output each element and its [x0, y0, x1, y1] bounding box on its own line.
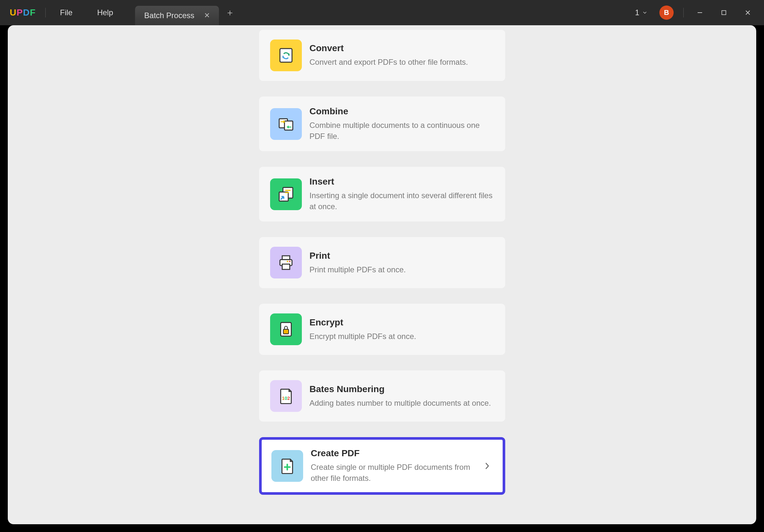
minimize-button[interactable] [690, 6, 709, 20]
convert-icon [270, 40, 302, 71]
close-icon [745, 9, 751, 16]
option-insert[interactable]: Insert Inserting a single document into … [259, 167, 505, 222]
svg-rect-1 [722, 11, 726, 15]
option-print[interactable]: Print Print multiple PDFs at once. [259, 237, 505, 288]
card-text: Combine Combine multiple documents to a … [309, 106, 494, 141]
maximize-button[interactable] [714, 6, 734, 20]
maximize-icon [721, 10, 727, 16]
card-title: Print [309, 251, 494, 261]
svg-text:1: 1 [282, 395, 285, 401]
svg-point-13 [286, 261, 288, 263]
tabs: Batch Process ✕ ＋ [135, 0, 241, 25]
menu-help[interactable]: Help [85, 8, 125, 17]
tab-title: Batch Process [144, 11, 194, 20]
minimize-icon [697, 9, 703, 16]
new-tab-button[interactable]: ＋ [219, 6, 241, 19]
svg-rect-7 [285, 190, 290, 191]
card-title: Convert [309, 43, 494, 54]
card-title: Bates Numbering [309, 384, 494, 394]
card-description: Adding bates number to multiple document… [309, 398, 494, 409]
create-pdf-icon [272, 450, 303, 482]
window-count-value: 1 [635, 8, 639, 17]
title-right: 1 B [631, 6, 761, 20]
close-button[interactable] [738, 6, 758, 20]
tab-close-icon[interactable]: ✕ [204, 11, 210, 20]
chevron-down-icon [642, 10, 648, 16]
batch-option-list: Convert Convert and export PDFs to other… [259, 30, 505, 508]
title-bar: UPDF File Help Batch Process ✕ ＋ 1 B [0, 0, 764, 25]
bates-icon: 012 [270, 380, 302, 412]
combine-icon [270, 108, 302, 140]
tab-batch-process[interactable]: Batch Process ✕ [135, 6, 219, 25]
option-convert[interactable]: Convert Convert and export PDFs to other… [259, 30, 505, 81]
card-description: Print multiple PDFs at once. [309, 264, 494, 275]
svg-rect-4 [285, 121, 293, 130]
content-wrap: Convert Convert and export PDFs to other… [0, 25, 764, 532]
card-title: Insert [309, 176, 494, 187]
card-description: Encrypt multiple PDFs at once. [309, 331, 494, 342]
svg-rect-9 [282, 256, 289, 260]
card-title: Encrypt [309, 317, 494, 328]
option-create-pdf[interactable]: Create PDF Create single or multiple PDF… [259, 437, 505, 494]
card-title: Combine [309, 106, 494, 116]
card-text: Print Print multiple PDFs at once. [309, 251, 494, 275]
user-avatar[interactable]: B [660, 6, 673, 20]
encrypt-icon [270, 313, 302, 345]
svg-rect-8 [285, 192, 289, 193]
card-text: Bates Numbering Adding bates number to m… [309, 384, 494, 409]
chevron-right-icon [484, 462, 493, 470]
option-encrypt[interactable]: Encrypt Encrypt multiple PDFs at once. [259, 304, 505, 355]
option-bates-numbering[interactable]: 012 Bates Numbering Adding bates number … [259, 370, 505, 422]
card-title: Create PDF [311, 448, 477, 458]
svg-text:2: 2 [287, 395, 289, 401]
content-area: Convert Convert and export PDFs to other… [8, 25, 756, 524]
insert-icon [270, 178, 302, 210]
card-description: Combine multiple documents to a continuo… [309, 120, 494, 141]
card-text: Create PDF Create single or multiple PDF… [311, 448, 477, 483]
app-window: UPDF File Help Batch Process ✕ ＋ 1 B [0, 0, 764, 532]
card-description: Convert and export PDFs to other file fo… [309, 57, 494, 68]
svg-rect-2 [280, 49, 292, 62]
menu-file[interactable]: File [48, 8, 85, 17]
print-icon [270, 247, 302, 278]
svg-rect-15 [283, 329, 288, 334]
separator [683, 8, 684, 18]
card-description: Inserting a single document into several… [309, 190, 494, 212]
app-logo: UPDF [3, 7, 43, 18]
card-description: Create single or multiple PDF documents … [311, 462, 477, 483]
card-text: Convert Convert and export PDFs to other… [309, 43, 494, 68]
window-count-dropdown[interactable]: 1 [631, 8, 652, 17]
svg-rect-11 [282, 264, 289, 269]
card-text: Encrypt Encrypt multiple PDFs at once. [309, 317, 494, 342]
svg-point-12 [289, 261, 290, 263]
option-combine[interactable]: Combine Combine multiple documents to a … [259, 96, 505, 151]
separator [45, 8, 46, 18]
card-text: Insert Inserting a single document into … [309, 176, 494, 212]
